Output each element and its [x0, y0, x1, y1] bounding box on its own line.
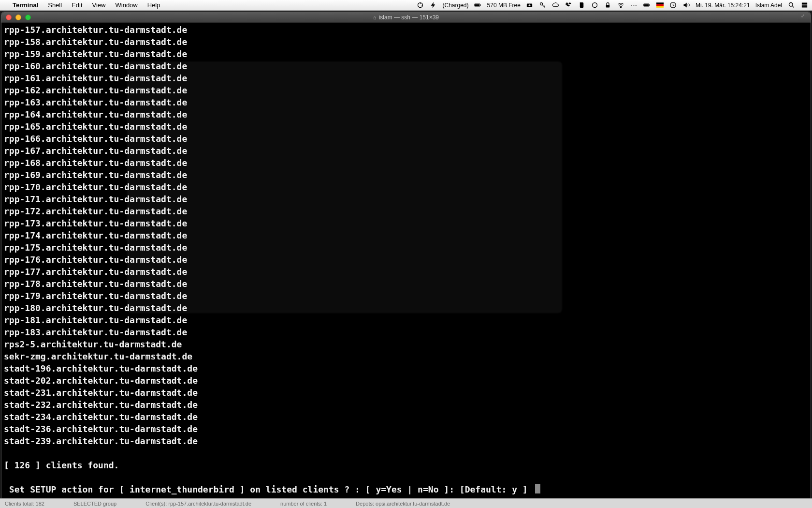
svg-rect-12 [650, 4, 650, 5]
terminal-output-line: rpp-163.architektur.tu-darmstadt.de [4, 96, 808, 108]
terminal-output-line: rpp-171.architektur.tu-darmstadt.de [4, 193, 808, 205]
terminal-output-line: rpp-180.architektur.tu-darmstadt.de [4, 302, 808, 314]
terminal-output-line: rpp-166.architektur.tu-darmstadt.de [4, 133, 808, 145]
svg-point-6 [540, 3, 543, 5]
terminal-output-line: sekr-zmg.architektur.tu-darmstadt.de [4, 350, 808, 362]
menubar-window[interactable]: Window [111, 0, 143, 10]
num-clients: number of clients: 1 [280, 501, 327, 507]
terminal-output-line: rpp-174.architektur.tu-darmstadt.de [4, 229, 808, 241]
terminal-output-line: rpp-176.architektur.tu-darmstadt.de [4, 254, 808, 266]
menubar: Terminal Shell Edit View Window Help (Ch… [0, 0, 812, 11]
svg-point-7 [593, 3, 597, 8]
terminal-body[interactable]: rpp-157.architektur.tu-darmstadt.derpp-1… [1, 23, 811, 505]
svg-rect-20 [802, 7, 807, 7]
spotlight-icon[interactable] [787, 1, 795, 9]
terminal-window: ⌂ islam — ssh — 151×39 ⤢ rpp-157.archite… [1, 12, 811, 505]
battery-status-text: (Charged) [443, 2, 469, 9]
terminal-output-line: rpp-170.architektur.tu-darmstadt.de [4, 181, 808, 193]
lock-icon[interactable] [604, 1, 612, 9]
terminal-output-line: rpp-165.architektur.tu-darmstadt.de [4, 120, 808, 133]
clock-text[interactable]: Mi. 19. Mär. 15:24:21 [696, 2, 750, 9]
svg-rect-2 [475, 4, 480, 6]
camera-icon[interactable] [526, 1, 534, 9]
terminal-prompt-line[interactable]: Set SETUP action for [ internet_thunderb… [4, 483, 808, 495]
terminal-output-line: rpp-181.architektur.tu-darmstadt.de [4, 314, 808, 326]
circle-icon[interactable] [591, 1, 599, 9]
terminal-blank-line [4, 447, 808, 459]
terminal-count-line: [ 126 ] clients found. [4, 459, 808, 471]
svg-point-17 [789, 3, 793, 7]
keychain-icon[interactable] [539, 1, 547, 9]
menubar-view[interactable]: View [87, 0, 111, 10]
window-title: islam — ssh — 151×39 [379, 14, 439, 21]
memory-free-text: 570 MB Free [487, 2, 521, 9]
svg-rect-11 [644, 4, 649, 6]
terminal-output-line: rpp-161.architektur.tu-darmstadt.de [4, 72, 808, 84]
menubar-edit[interactable]: Edit [67, 0, 87, 10]
power-icon[interactable] [430, 1, 437, 9]
menubar-shell[interactable]: Shell [43, 0, 67, 10]
terminal-output-line: rpp-164.architektur.tu-darmstadt.de [4, 108, 808, 120]
terminal-output-line: rpp-173.architektur.tu-darmstadt.de [4, 217, 808, 229]
sync-icon[interactable] [417, 1, 424, 9]
terminal-output-line: rpp-160.architektur.tu-darmstadt.de [4, 60, 808, 72]
expand-icon[interactable]: ⤢ [801, 13, 809, 21]
svg-rect-14 [656, 4, 664, 6]
dropbox-icon[interactable] [565, 1, 573, 9]
battery-menu-icon[interactable] [643, 1, 651, 9]
timemachine-icon[interactable] [669, 1, 677, 9]
titlebar[interactable]: ⌂ islam — ssh — 151×39 ⤢ [1, 12, 811, 23]
client-name: Client(s): rpp-157.architektur.tu-darmst… [145, 501, 251, 507]
terminal-output-line: stadt-234.architektur.tu-darmstadt.de [4, 411, 808, 423]
terminal-output-line: rpp-157.architektur.tu-darmstadt.de [4, 24, 808, 36]
cloud-icon[interactable] [552, 1, 560, 9]
terminal-output-line: rpp-183.architektur.tu-darmstadt.de [4, 326, 808, 338]
terminal-output-line: rpp-158.architektur.tu-darmstadt.de [4, 36, 808, 48]
terminal-output-line: rps2-5.architektur.tu-darmstadt.de [4, 338, 808, 350]
selected-group: SELECTED group [73, 501, 116, 507]
svg-rect-3 [480, 4, 481, 5]
terminal-output-line: rpp-178.architektur.tu-darmstadt.de [4, 278, 808, 290]
menubar-app[interactable]: Terminal [8, 0, 43, 10]
clients-total: Clients total: 182 [5, 501, 44, 507]
evernote-icon[interactable] [578, 1, 586, 9]
svg-rect-18 [802, 3, 807, 3]
terminal-output-line: rpp-162.architektur.tu-darmstadt.de [4, 84, 808, 96]
terminal-output-line: rpp-159.architektur.tu-darmstadt.de [4, 48, 808, 60]
svg-rect-8 [606, 5, 610, 8]
volume-icon[interactable] [682, 1, 690, 9]
svg-point-5 [529, 4, 531, 6]
menubar-help[interactable]: Help [143, 0, 165, 10]
terminal-output-line: stadt-202.architektur.tu-darmstadt.de [4, 374, 808, 387]
wifi-icon[interactable] [617, 1, 625, 9]
svg-point-9 [621, 7, 622, 8]
background-statusbar: Clients total: 182 SELECTED group Client… [0, 498, 812, 508]
terminal-output-line: stadt-236.architektur.tu-darmstadt.de [4, 423, 808, 435]
terminal-output-line: rpp-167.architektur.tu-darmstadt.de [4, 145, 808, 157]
terminal-output-line: rpp-179.architektur.tu-darmstadt.de [4, 290, 808, 302]
terminal-output-line: stadt-231.architektur.tu-darmstadt.de [4, 387, 808, 399]
svg-rect-19 [802, 5, 807, 5]
terminal-blank-line [4, 471, 808, 483]
svg-rect-13 [656, 2, 664, 4]
notification-center-icon[interactable] [800, 1, 808, 9]
terminal-output-line: stadt-196.architektur.tu-darmstadt.de [4, 362, 808, 374]
terminal-output-line: stadt-239.architektur.tu-darmstadt.de [4, 435, 808, 447]
terminal-output-line: rpp-168.architektur.tu-darmstadt.de [4, 157, 808, 169]
battery-icon[interactable] [474, 1, 482, 9]
depots: Depots: opsi.architektur.tu-darmstadt.de [356, 501, 450, 507]
menu-extra-icon[interactable]: ⋯ [630, 1, 638, 9]
home-icon: ⌂ [373, 15, 377, 20]
terminal-output-line: rpp-169.architektur.tu-darmstadt.de [4, 169, 808, 181]
user-name[interactable]: Islam Adel [755, 2, 782, 9]
terminal-output-line: rpp-177.architektur.tu-darmstadt.de [4, 266, 808, 278]
terminal-output-line: rpp-172.architektur.tu-darmstadt.de [4, 205, 808, 217]
terminal-output-line: rpp-175.architektur.tu-darmstadt.de [4, 241, 808, 254]
flag-icon[interactable] [656, 1, 664, 9]
terminal-output-line: stadt-232.architektur.tu-darmstadt.de [4, 399, 808, 411]
svg-rect-15 [656, 6, 664, 7]
terminal-cursor [535, 484, 540, 493]
